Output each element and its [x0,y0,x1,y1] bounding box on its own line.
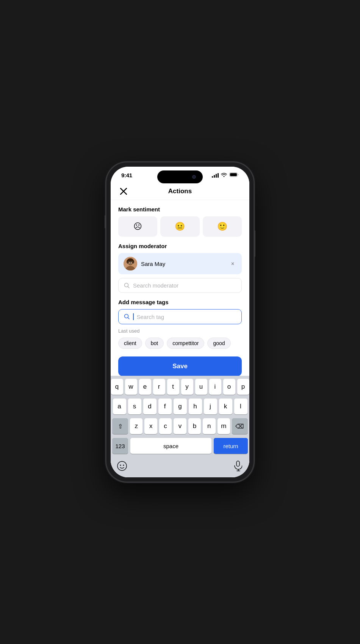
app-header: Actions [111,181,249,200]
phone-screen: 9:41 [111,167,249,477]
tag-item-client[interactable]: client [118,338,142,349]
search-divider [133,313,134,320]
close-icon [120,188,127,195]
space-key[interactable]: space [130,438,211,454]
return-key[interactable]: return [214,438,248,454]
key-l[interactable]: l [234,399,247,414]
remove-moderator-button[interactable]: × [229,260,236,267]
status-time: 9:41 [121,172,132,178]
sad-emoji-icon: ☹ [133,222,142,231]
key-p[interactable]: p [237,379,249,395]
happy-emoji-icon: 🙂 [217,222,227,231]
search-moderator-input[interactable] [133,282,236,289]
svg-point-13 [117,461,127,470]
key-h[interactable]: h [189,399,202,414]
key-d[interactable]: d [143,399,157,414]
tags-label: Add message tags [118,299,242,305]
search-tag-input[interactable] [137,314,236,320]
svg-point-14 [120,465,121,466]
key-g[interactable]: g [174,399,187,414]
last-used-section: Last used client bot compettitor good [118,328,242,349]
tag-item-good[interactable]: good [207,338,230,349]
keyboard-row-4: 123 space return [112,438,248,454]
key-a[interactable]: a [113,399,126,414]
neutral-emoji-icon: 😐 [175,222,185,231]
sentiment-row: ☹ 😐 🙂 [118,216,242,237]
sentiment-negative-button[interactable]: ☹ [118,216,157,237]
shift-key[interactable]: ⇧ [112,418,128,434]
moderator-chip: Sara May × [118,253,242,274]
key-q[interactable]: q [111,379,123,395]
numbers-key[interactable]: 123 [112,438,128,454]
tags-section: Add message tags Last used [118,299,242,349]
search-moderator-field[interactable] [118,278,242,293]
svg-rect-1 [230,173,237,176]
dynamic-island [157,170,203,183]
signal-bars-icon [212,173,219,178]
key-c[interactable]: c [159,418,172,434]
page-title: Actions [168,188,192,195]
keyboard: q w e r t y u i o p a s d f g [111,376,249,477]
search-tag-field[interactable] [118,309,242,324]
key-v[interactable]: v [174,418,186,434]
keyboard-bottom-bar [112,458,248,476]
key-s[interactable]: s [128,399,141,414]
sentiment-label: Mark sentiment [118,206,242,213]
key-n[interactable]: n [203,418,215,434]
save-button[interactable]: Save [118,356,242,376]
key-e[interactable]: e [139,379,151,395]
tag-item-compettitor[interactable]: compettitor [167,338,204,349]
close-button[interactable] [118,186,129,197]
tags-list: client bot compettitor good [118,338,242,349]
delete-key[interactable]: ⌫ [232,418,248,434]
key-m[interactable]: m [218,418,230,434]
key-w[interactable]: w [125,379,137,395]
last-used-label: Last used [118,328,242,334]
camera-dot [192,175,196,179]
key-o[interactable]: o [223,379,235,395]
key-r[interactable]: r [153,379,165,395]
keyboard-row-2: a s d f g h j k l [112,399,248,414]
search-moderator-icon [124,283,130,289]
key-b[interactable]: b [188,418,201,434]
wifi-icon [221,172,227,178]
status-icons [212,172,239,178]
phone-frame: 9:41 [106,162,254,482]
key-u[interactable]: u [195,379,207,395]
avatar [124,257,137,270]
key-k[interactable]: k [219,399,232,414]
avatar-image [124,257,137,270]
svg-point-15 [123,465,124,466]
sentiment-neutral-button[interactable]: 😐 [160,216,199,237]
app-content: Actions Mark sentiment ☹ 😐 🙂 [111,181,249,477]
moderator-name: Sara May [141,261,225,267]
svg-rect-16 [236,461,239,466]
microphone-icon[interactable] [231,459,245,473]
sentiment-positive-button[interactable]: 🙂 [203,216,242,237]
key-f[interactable]: f [158,399,172,414]
battery-icon [229,172,239,178]
moderator-label: Assign moderator [118,243,242,249]
key-x[interactable]: x [144,418,157,434]
key-t[interactable]: t [167,379,179,395]
moderator-section: Assign moderator [118,243,242,293]
sentiment-section: Mark sentiment ☹ 😐 🙂 [118,206,242,237]
search-tag-icon [124,314,130,320]
content-scroll[interactable]: Mark sentiment ☹ 😐 🙂 [111,200,249,376]
emoji-icon[interactable] [115,459,129,473]
key-i[interactable]: i [209,379,221,395]
keyboard-row-1: q w e r t y u i o p [112,379,248,395]
keyboard-row-3: ⇧ z x c v b n m ⌫ [112,418,248,434]
key-z[interactable]: z [130,418,142,434]
tag-item-bot[interactable]: bot [145,338,164,349]
key-j[interactable]: j [204,399,217,414]
key-y[interactable]: y [181,379,193,395]
